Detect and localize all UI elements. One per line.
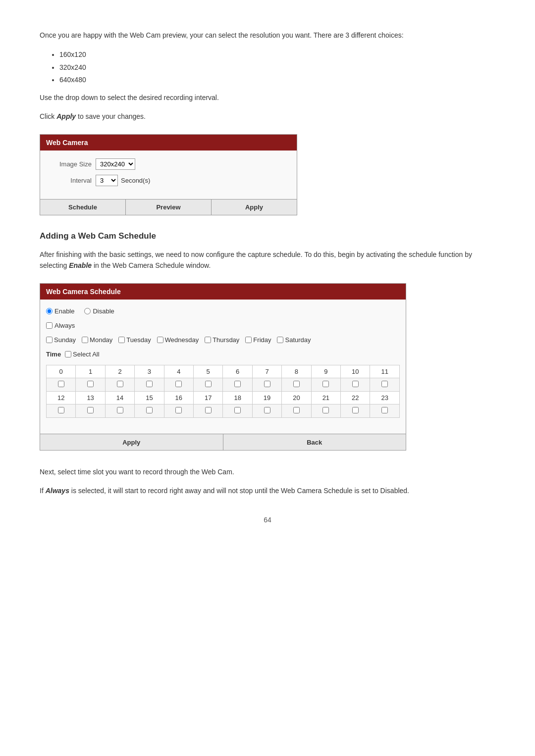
hour-7-cell[interactable]	[252, 378, 281, 391]
bullet-item-3: 640x480	[59, 74, 495, 86]
footer-note1: Next, select time slot you want to recor…	[40, 466, 495, 477]
bullet-item-1: 160x120	[59, 49, 495, 61]
hour-12-checkbox[interactable]	[58, 407, 64, 413]
schedule-back-button[interactable]: Back	[223, 434, 406, 450]
monday-text: Monday	[90, 336, 112, 344]
schedule-apply-button[interactable]: Apply	[40, 434, 223, 450]
hour-14-checkbox[interactable]	[117, 407, 123, 413]
interval-select[interactable]: 1 2 3 5 10	[96, 175, 118, 186]
hour-10: 10	[341, 365, 370, 378]
hour-3-checkbox[interactable]	[146, 381, 153, 387]
hour-21: 21	[311, 391, 340, 404]
enable-label: Enable	[54, 307, 74, 315]
hour-10-checkbox[interactable]	[352, 381, 359, 387]
hour-16-checkbox[interactable]	[175, 407, 182, 413]
hour-3-cell[interactable]	[135, 378, 164, 391]
hour-11-checkbox[interactable]	[381, 381, 388, 387]
hour-15-checkbox[interactable]	[146, 407, 153, 413]
hour-4-cell[interactable]	[164, 378, 193, 391]
hour-2-cell[interactable]	[105, 378, 134, 391]
hour-3: 3	[135, 365, 164, 378]
hour-2-checkbox[interactable]	[117, 381, 123, 387]
hour-9-checkbox[interactable]	[322, 381, 329, 387]
hour-21-checkbox[interactable]	[322, 407, 329, 413]
hour-21-cell[interactable]	[311, 404, 340, 417]
hour-22-cell[interactable]	[341, 404, 370, 417]
sunday-checkbox[interactable]	[46, 337, 53, 343]
hour-17: 17	[194, 391, 223, 404]
hour-1-checkbox[interactable]	[87, 381, 94, 387]
schedule-button[interactable]: Schedule	[40, 200, 126, 215]
hour-9-cell[interactable]	[311, 378, 340, 391]
monday-label[interactable]: Monday	[82, 336, 112, 344]
hour-12-cell[interactable]	[47, 404, 76, 417]
wednesday-checkbox[interactable]	[157, 337, 163, 343]
hour-11-cell[interactable]	[370, 378, 400, 391]
tuesday-checkbox[interactable]	[118, 337, 125, 343]
sunday-label[interactable]: Sunday	[46, 336, 76, 344]
hour-18-checkbox[interactable]	[234, 407, 241, 413]
hour-5-cell[interactable]	[194, 378, 223, 391]
friday-label[interactable]: Friday	[245, 336, 271, 344]
thursday-label[interactable]: Thursday	[205, 336, 239, 344]
tuesday-text: Tuesday	[126, 336, 151, 344]
hour-16-cell[interactable]	[164, 404, 193, 417]
hour-10-cell[interactable]	[341, 378, 370, 391]
thursday-checkbox[interactable]	[205, 337, 211, 343]
hour-23-checkbox[interactable]	[381, 407, 388, 413]
hour-18-cell[interactable]	[223, 404, 252, 417]
disable-radio-label[interactable]: Disable	[84, 307, 114, 315]
hour-20-cell[interactable]	[282, 404, 311, 417]
always-label: Always	[54, 322, 75, 329]
hour-4-checkbox[interactable]	[175, 381, 182, 387]
tuesday-label[interactable]: Tuesday	[118, 336, 151, 344]
hour-6-cell[interactable]	[223, 378, 252, 391]
enable-italic: Enable	[69, 261, 92, 269]
monday-checkbox[interactable]	[82, 337, 88, 343]
disable-radio[interactable]	[84, 308, 91, 314]
hour-1-cell[interactable]	[76, 378, 105, 391]
hour-13-cell[interactable]	[76, 404, 105, 417]
hours-row1-labels: 0 1 2 3 4 5 6 7 8 9 10 11	[47, 365, 400, 378]
hour-5-checkbox[interactable]	[205, 381, 212, 387]
hour-20-checkbox[interactable]	[293, 407, 300, 413]
friday-checkbox[interactable]	[245, 337, 252, 343]
hour-13-checkbox[interactable]	[87, 407, 94, 413]
intro-paragraph1: Once you are happy with the Web Cam prev…	[40, 30, 495, 41]
preview-button[interactable]: Preview	[126, 200, 212, 215]
hour-17-cell[interactable]	[194, 404, 223, 417]
hour-14-cell[interactable]	[105, 404, 134, 417]
hour-0-cell[interactable]	[47, 378, 76, 391]
hour-7-checkbox[interactable]	[264, 381, 270, 387]
image-size-select[interactable]: 160x120 320x240 640x480	[96, 158, 135, 170]
hour-1: 1	[76, 365, 105, 378]
hour-22-checkbox[interactable]	[352, 407, 359, 413]
schedule-panel-footer: Apply Back	[40, 434, 406, 450]
time-select-row: Time Select All	[46, 351, 400, 358]
enable-disable-row: Enable Disable	[46, 307, 400, 315]
wednesday-label[interactable]: Wednesday	[157, 336, 199, 344]
saturday-label[interactable]: Saturday	[277, 336, 311, 344]
hour-8-checkbox[interactable]	[293, 381, 300, 387]
always-checkbox[interactable]	[46, 322, 53, 329]
hour-17-checkbox[interactable]	[205, 407, 212, 413]
enable-radio-label[interactable]: Enable	[46, 307, 74, 315]
thursday-text: Thursday	[213, 336, 239, 344]
hour-15-cell[interactable]	[135, 404, 164, 417]
enable-radio[interactable]	[46, 308, 53, 314]
select-all-label[interactable]: Select All	[65, 351, 99, 358]
hour-8-cell[interactable]	[282, 378, 311, 391]
hour-6-checkbox[interactable]	[234, 381, 241, 387]
saturday-checkbox[interactable]	[277, 337, 283, 343]
hour-19-checkbox[interactable]	[264, 407, 270, 413]
schedule-panel: Web Camera Schedule Enable Disable Alway…	[40, 283, 406, 451]
hour-0-checkbox[interactable]	[58, 381, 64, 387]
footer-note2-prefix: If	[40, 487, 44, 495]
schedule-section-heading: Adding a Web Cam Schedule	[40, 231, 495, 241]
hour-11: 11	[370, 365, 400, 378]
hour-7: 7	[252, 365, 281, 378]
hour-23-cell[interactable]	[370, 404, 400, 417]
apply-button[interactable]: Apply	[212, 200, 297, 215]
select-all-checkbox[interactable]	[65, 351, 71, 357]
hour-19-cell[interactable]	[252, 404, 281, 417]
